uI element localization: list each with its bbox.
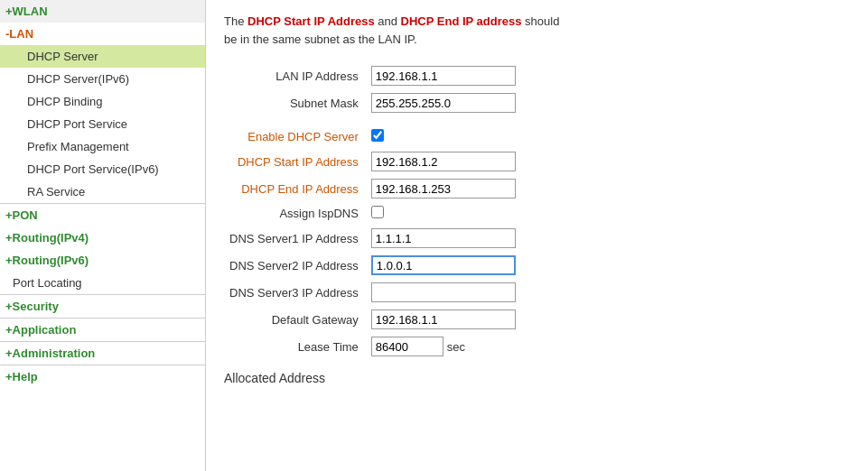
form-row-subnet-mask: Subnet Mask	[224, 89, 521, 116]
notice-text: The DHCP Start IP Address and DHCP End I…	[224, 13, 676, 48]
form-row-dhcp-start: DHCP Start IP Address	[224, 148, 521, 175]
field-label-assign-isp: Assign IspDNS	[224, 202, 366, 225]
field-input-cell-dns1	[366, 225, 521, 252]
checkbox-assign-isp[interactable]	[371, 206, 384, 218]
sidebar-item-lan[interactable]: -LAN	[0, 23, 205, 45]
field-label-dhcp-start: DHCP Start IP Address	[224, 148, 366, 175]
form-row-dhcp-end: DHCP End IP Address	[224, 175, 521, 202]
field-input-cell-lease-time: sec	[366, 333, 521, 360]
field-input-cell-lan-ip	[366, 62, 521, 89]
sidebar-item-port-locating[interactable]: Port Locating	[0, 272, 205, 294]
sidebar-item-dhcp-port-service[interactable]: DHCP Port Service	[0, 113, 205, 135]
unit-lease-time: sec	[443, 340, 465, 354]
form-row-assign-isp: Assign IspDNS	[224, 202, 521, 225]
sidebar-item-security[interactable]: +Security	[0, 294, 205, 318]
allocated-address-label: Allocated Address	[224, 371, 850, 385]
field-input-cell-dns3	[366, 279, 521, 306]
form-row-dns1: DNS Server1 IP Address	[224, 225, 521, 252]
field-input-cell-enable-dhcp	[366, 125, 521, 148]
sidebar-item-ra-service[interactable]: RA Service	[0, 180, 205, 203]
input-lan-ip[interactable]	[371, 66, 516, 86]
field-label-enable-dhcp: Enable DHCP Server	[224, 125, 366, 148]
sidebar-item-routing-ipv4[interactable]: +Routing(IPv4)	[0, 226, 205, 249]
form-row-lan-ip: LAN IP Address	[224, 62, 521, 89]
field-label-subnet-mask: Subnet Mask	[224, 89, 366, 116]
field-input-cell-dns2	[366, 252, 521, 279]
main-content: The DHCP Start IP Address and DHCP End I…	[206, 0, 868, 471]
input-dns3[interactable]	[371, 282, 516, 302]
sidebar-item-wlan[interactable]: +WLAN	[0, 0, 205, 23]
sidebar: +WLAN-LANDHCP ServerDHCP Server(IPv6)DHC…	[0, 0, 206, 471]
input-dns1[interactable]	[371, 228, 516, 248]
input-dns2[interactable]	[371, 255, 516, 275]
form-table: LAN IP AddressSubnet MaskEnable DHCP Ser…	[224, 62, 521, 360]
checkbox-enable-dhcp[interactable]	[371, 129, 384, 142]
field-label-lan-ip: LAN IP Address	[224, 62, 366, 89]
field-label-default-gw: Default Gateway	[224, 306, 366, 333]
form-row-enable-dhcp: Enable DHCP Server	[224, 125, 521, 148]
sidebar-item-dhcp-binding[interactable]: DHCP Binding	[0, 90, 205, 113]
sidebar-item-dhcp-server[interactable]: DHCP Server	[0, 45, 205, 68]
field-label-dns2: DNS Server2 IP Address	[224, 252, 366, 279]
sidebar-item-dhcp-port-service-ipv6[interactable]: DHCP Port Service(IPv6)	[0, 158, 205, 180]
input-dhcp-end[interactable]	[371, 179, 516, 199]
form-row-lease-time: Lease Timesec	[224, 333, 521, 360]
field-label-dns3: DNS Server3 IP Address	[224, 279, 366, 306]
field-label-lease-time: Lease Time	[224, 333, 366, 360]
form-row-default-gw: Default Gateway	[224, 306, 521, 333]
sidebar-item-help[interactable]: +Help	[0, 365, 205, 388]
field-input-cell-subnet-mask	[366, 89, 521, 116]
input-default-gw[interactable]	[371, 309, 516, 329]
input-subnet-mask[interactable]	[371, 93, 516, 113]
field-input-cell-dhcp-end	[366, 175, 521, 202]
form-row-dns2: DNS Server2 IP Address	[224, 252, 521, 279]
form-row-dns3: DNS Server3 IP Address	[224, 279, 521, 306]
input-dhcp-start[interactable]	[371, 152, 516, 171]
field-input-cell-assign-isp	[366, 202, 521, 225]
spacer-row	[224, 116, 521, 125]
field-input-cell-default-gw	[366, 306, 521, 333]
sidebar-item-pon[interactable]: +PON	[0, 203, 205, 226]
input-lease-time[interactable]	[371, 337, 443, 356]
field-label-dns1: DNS Server1 IP Address	[224, 225, 366, 252]
sidebar-item-application[interactable]: +Application	[0, 318, 205, 341]
field-input-cell-dhcp-start	[366, 148, 521, 175]
sidebar-item-prefix-management[interactable]: Prefix Management	[0, 135, 205, 158]
field-label-dhcp-end: DHCP End IP Address	[224, 175, 366, 202]
sidebar-item-administration[interactable]: +Administration	[0, 341, 205, 365]
sidebar-item-routing-ipv6[interactable]: +Routing(IPv6)	[0, 249, 205, 272]
sidebar-item-dhcp-server-ipv6[interactable]: DHCP Server(IPv6)	[0, 68, 205, 90]
